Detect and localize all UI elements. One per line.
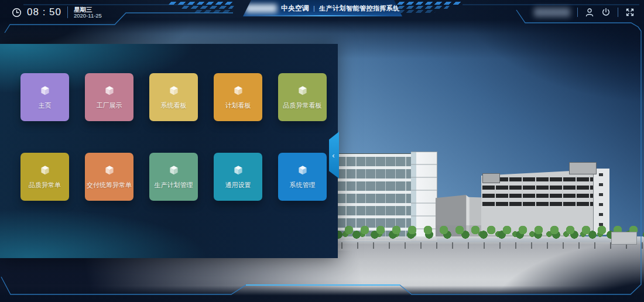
- clock-icon: [12, 8, 21, 17]
- menu-panel: 主页 工厂展示 系统看板 计划看板 品质异常看板 品质异常单: [0, 44, 338, 258]
- menu-tile-general-settings[interactable]: 通用设置: [214, 153, 262, 201]
- header-date: 2020-11-25: [74, 13, 102, 19]
- chevron-left-icon: ‹: [332, 152, 334, 159]
- menu-tile-home[interactable]: 主页: [20, 73, 69, 121]
- scene-roof-structure: [569, 162, 597, 174]
- menu-tile-label: 生产计划管理: [155, 181, 193, 190]
- cube-icon: [39, 164, 52, 177]
- decorative-stripes-right: [398, 2, 463, 13]
- header-title-banner: 中央空调 | 生产计划智能管控指挥系统: [243, 0, 402, 16]
- power-icon[interactable]: [601, 8, 611, 17]
- cube-icon: [296, 84, 309, 97]
- menu-tile-label: 工厂展示: [97, 101, 122, 110]
- menu-tile-factory-display[interactable]: 工厂展示: [85, 73, 133, 121]
- menu-tile-label: 系统管理: [290, 181, 316, 190]
- cube-icon: [39, 84, 52, 97]
- fullscreen-icon[interactable]: [625, 8, 635, 17]
- menu-tile-delivery-exception-order[interactable]: 交付统筹异常单: [85, 153, 133, 201]
- banner-title: 生产计划智能管控指挥系统: [319, 4, 400, 13]
- menu-tile-label: 计划看板: [225, 101, 251, 110]
- username-blurred: [534, 8, 570, 17]
- scene-kiosk: [611, 232, 637, 245]
- scene-trees: [326, 219, 644, 246]
- menu-tile-label: 品质异常看板: [283, 101, 322, 110]
- menu-tile-label: 系统看板: [161, 101, 187, 110]
- menu-tile-label: 品质异常单: [29, 181, 61, 190]
- decorative-stripes-left: [169, 2, 233, 13]
- banner-separator: |: [313, 5, 315, 12]
- cube-icon: [103, 164, 116, 177]
- header-divider: [67, 6, 68, 18]
- cube-icon: [296, 164, 309, 177]
- header-date-stack: 星期三 2020-11-25: [74, 6, 102, 19]
- app-root: 08 : 50 星期三 2020-11-25 中央空调 | 生产计划智能管控指挥…: [0, 0, 644, 302]
- menu-tile-quality-exception-board[interactable]: 品质异常看板: [278, 73, 327, 121]
- cube-icon: [103, 84, 116, 97]
- menu-tile-label: 主页: [39, 101, 52, 110]
- menu-tile-system-mgmt[interactable]: 系统管理: [278, 153, 327, 201]
- header-clock-area: 08 : 50 星期三 2020-11-25: [12, 6, 102, 19]
- banner-brand: 中央空调: [281, 4, 309, 13]
- header-time: 08 : 50: [27, 6, 61, 18]
- company-logo-blurred: [245, 4, 277, 13]
- menu-row-1: 主页 工厂展示 系统看板 计划看板 品质异常看板: [0, 44, 338, 121]
- menu-tile-label: 交付统筹异常单: [87, 181, 132, 190]
- menu-tile-quality-exception-order[interactable]: 品质异常单: [20, 153, 69, 201]
- menu-tile-plan-board[interactable]: 计划看板: [214, 73, 262, 121]
- cube-icon: [232, 164, 245, 177]
- cube-icon: [232, 84, 245, 97]
- menu-tile-label: 通用设置: [225, 181, 251, 190]
- header-user-area: [534, 8, 635, 17]
- menu-tile-production-plan-mgmt[interactable]: 生产计划管理: [149, 153, 198, 201]
- header-divider: [618, 8, 618, 17]
- menu-row-2: 品质异常单 交付统筹异常单 生产计划管理 通用设置 系统管理: [0, 121, 338, 201]
- user-icon[interactable]: [585, 8, 594, 17]
- header-divider: [577, 8, 578, 17]
- cube-icon: [167, 164, 180, 177]
- panel-collapse-tab[interactable]: ‹: [329, 132, 339, 179]
- scene-roof-structure: [482, 173, 500, 183]
- menu-tile-system-board[interactable]: 系统看板: [149, 73, 198, 121]
- cube-icon: [167, 84, 180, 97]
